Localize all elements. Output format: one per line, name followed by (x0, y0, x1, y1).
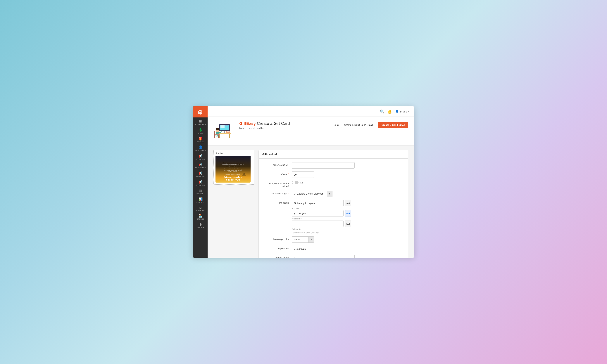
page-content: GiftEasy Create a Gift Card Make a one-o… (208, 117, 414, 258)
sidebar-item-customers2[interactable]: 📢 CUSTOMERS (193, 162, 208, 170)
image-label: Gift card image * (262, 191, 292, 195)
main-area: 🔍 🔔 👤 Frank ▼ (208, 106, 414, 258)
preview-message2: $20 for you (226, 178, 240, 181)
sidebar-item-label: SYSTEM (197, 227, 204, 229)
sidebar-item-label: CATALOG (197, 141, 204, 143)
user-name: Frank (400, 110, 407, 113)
color-label: Message color (262, 236, 292, 241)
image-select[interactable]: C. Explore Dream Discover ▼ (292, 191, 332, 197)
create-send-button[interactable]: Create & Send Email (378, 122, 408, 128)
sender-field (292, 255, 355, 258)
message-field: 𝐀𝐀 Top line 𝐀𝐀 Middle line (292, 200, 355, 234)
preview-box: Preview Twenty years from (213, 150, 254, 185)
value-row: Value * (262, 171, 404, 178)
toggle-row: No (292, 181, 355, 184)
color-select-value: White (292, 236, 308, 243)
sidebar-item-dashboard[interactable]: ⊞ DASHBOARD (193, 118, 208, 127)
svg-rect-7 (221, 125, 224, 128)
system-icon: ⚙ (199, 223, 202, 226)
sidebar-item-catalog[interactable]: 🎁 CATALOG (193, 136, 208, 144)
form-body: Gift Card Code Value * (259, 159, 408, 258)
min-order-label: Require min. order value? (262, 181, 292, 188)
illustration-svg (213, 120, 236, 142)
message-main-input[interactable] (292, 200, 343, 206)
sidebar-item-label: CUSTOMERS (195, 150, 206, 151)
gift-card-code-field (292, 162, 355, 169)
sidebar-item-customers[interactable]: 👤 CUSTOMERS (193, 144, 208, 153)
card-value-hint-text: {{card_value}} (306, 231, 319, 234)
stores-icon: 🏪 (198, 214, 203, 218)
sidebar-item-marketing1[interactable]: 📢 MARKETING (193, 153, 208, 162)
preview-panel: Preview Twenty years from (213, 150, 254, 258)
sidebar-logo[interactable] (193, 106, 208, 117)
sidebar-item-content[interactable]: ▦ CONTENT (193, 188, 208, 196)
sidebar-item-moogento[interactable]: M MOOGENTO (193, 205, 208, 213)
message-font-button[interactable]: 𝐀𝐀 (345, 200, 351, 206)
back-label: Back (334, 124, 339, 126)
back-button[interactable]: ← Back (330, 124, 339, 126)
top-line-label: Top line (292, 207, 355, 209)
topbar: 🔍 🔔 👤 Frank ▼ (208, 106, 414, 117)
page-subtitle: Make a one-off card here (239, 127, 290, 130)
message-row: Message 𝐀𝐀 Top line (262, 200, 404, 234)
expires-input[interactable] (292, 246, 325, 252)
gift-card-code-row: Gift Card Code (262, 162, 404, 169)
value-required: * (287, 173, 289, 176)
customers2-icon: 📢 (198, 163, 203, 166)
sidebar-item-label: CUSTOMERS (195, 167, 206, 169)
sales-icon: 💲 (198, 128, 203, 132)
color-select-field: White ▼ (292, 236, 355, 243)
sender-input[interactable] (292, 255, 355, 258)
preview-image: Twenty years from now you will be more d… (215, 156, 251, 182)
message-topline-input[interactable] (292, 210, 343, 217)
message-group: 𝐀𝐀 Top line 𝐀𝐀 Middle line (292, 200, 355, 234)
sidebar-item-reports[interactable]: 📊 REPORTS (193, 196, 208, 205)
value-input[interactable] (292, 171, 314, 178)
min-order-toggle[interactable] (292, 181, 299, 184)
min-order-toggle-field: No (292, 181, 355, 184)
sidebar-item-label: REPORTS (197, 202, 204, 203)
sidebar-item-label: MARKETING (196, 184, 205, 186)
sidebar-item-marketing2[interactable]: 📢 MARKETING (193, 170, 208, 179)
create-no-send-button[interactable]: Create & Don't Send Email (341, 122, 376, 128)
color-select[interactable]: White ▼ (292, 236, 314, 243)
message-main-row: 𝐀𝐀 (292, 200, 355, 206)
message-bottomline-input[interactable] (292, 221, 343, 227)
image-select-arrow-icon[interactable]: ▼ (327, 191, 332, 197)
expires-field: 📅 (292, 246, 355, 252)
image-select-value: C. Explore Dream Discover (292, 191, 327, 197)
content-icon: ▦ (199, 189, 202, 192)
header-illustration (213, 120, 236, 142)
message-bottomline-font-button[interactable]: 𝐀𝐀 (345, 221, 351, 227)
color-select-arrow-icon[interactable]: ▼ (308, 237, 314, 243)
sidebar-item-marketing3[interactable]: 📢 MARKETING (193, 179, 208, 188)
dashboard-icon: ⊞ (199, 120, 202, 123)
message-topline-font-button[interactable]: 𝐀𝐀 (345, 210, 351, 217)
bell-icon[interactable]: 🔔 (387, 109, 392, 114)
message-topline-row: 𝐀𝐀 (292, 210, 355, 217)
magento-logo-icon (197, 109, 203, 115)
sidebar-item-label: STORES (197, 218, 204, 220)
user-menu[interactable]: 👤 Frank ▼ (395, 110, 410, 114)
page-title: GiftEasy Create a Gift Card (239, 121, 290, 126)
sidebar-item-stores[interactable]: 🏪 STORES (193, 213, 208, 221)
preview-quote-text: Twenty years from now you will be more d… (222, 162, 244, 173)
image-select-field: C. Explore Dream Discover ▼ (292, 191, 355, 197)
bottom-line-label: Bottom line (292, 228, 355, 230)
svg-rect-4 (223, 133, 226, 133)
sidebar-item-sales[interactable]: 💲 SALES (193, 127, 208, 136)
value-label: Value * (262, 171, 292, 176)
page-header-left: GiftEasy Create a Gift Card Make a one-o… (213, 120, 290, 142)
middle-line-label: Middle line (292, 218, 355, 220)
user-avatar-icon: 👤 (395, 110, 399, 114)
svg-rect-20 (226, 132, 229, 132)
customers-icon: 👤 (198, 146, 203, 149)
search-icon[interactable]: 🔍 (380, 109, 384, 114)
gift-card-code-input[interactable] (292, 162, 355, 169)
sender-row: Sender name (262, 255, 404, 258)
sidebar-item-label: DASHBOARD (195, 124, 206, 125)
svg-rect-17 (214, 131, 215, 135)
sidebar-item-system[interactable]: ⚙ SYSTEM (193, 221, 208, 230)
color-row: Message color White ▼ (262, 236, 404, 243)
value-field (292, 171, 314, 178)
